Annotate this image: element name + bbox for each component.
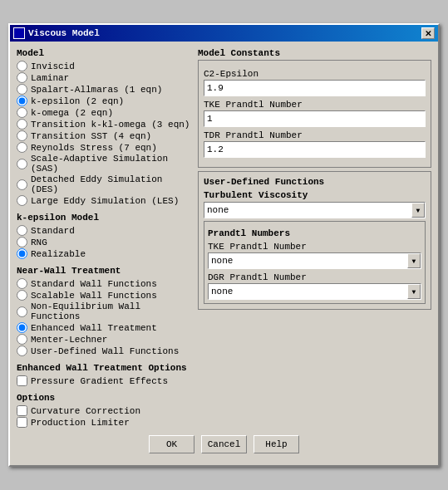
app-icon bbox=[13, 27, 25, 39]
check-curvature-input[interactable] bbox=[17, 405, 27, 416]
radio-noneq-wf: Non-Equilibrium Wall Functions bbox=[17, 301, 191, 321]
radio-standard-wf-input[interactable] bbox=[17, 278, 27, 289]
viscous-model-dialog: Viscous Model ✕ Model Inviscid Laminar bbox=[8, 23, 440, 467]
radio-transition-kkl-label: Transition k-kl-omega (3 eqn) bbox=[31, 120, 190, 130]
radio-sas-input[interactable] bbox=[17, 159, 27, 169]
ok-button[interactable]: OK bbox=[149, 435, 194, 453]
check-pressure-gradient-label: Pressure Gradient Effects bbox=[31, 376, 168, 386]
turbulent-viscosity-select[interactable]: none bbox=[204, 202, 426, 218]
tke-prandtl-udf-select[interactable]: none bbox=[208, 252, 421, 269]
c2-epsilon-label: C2-Epsilon bbox=[204, 69, 426, 79]
left-panel: Model Inviscid Laminar Spalart-Allmaras … bbox=[17, 48, 191, 429]
radio-transition-kkl: Transition k-kl-omega (3 eqn) bbox=[17, 119, 191, 130]
prandtl-numbers-label: Prandtl Numbers bbox=[208, 228, 421, 238]
tdr-prandtl-udf-wrapper: none ▼ bbox=[208, 283, 421, 300]
radio-des: Detached Eddy Simulation (DES) bbox=[17, 174, 191, 194]
radio-komega-input[interactable] bbox=[17, 107, 27, 118]
radio-menter-label: Menter-Lechner bbox=[31, 335, 107, 345]
radio-spalart-label: Spalart-Allmaras (1 eqn) bbox=[31, 85, 162, 95]
radio-standard-wf-label: Standard Wall Functions bbox=[31, 279, 157, 289]
radio-komega: k-omega (2 eqn) bbox=[17, 107, 191, 118]
radio-enhanced-wt-input[interactable] bbox=[17, 322, 27, 333]
cancel-button[interactable]: Cancel bbox=[201, 435, 247, 453]
radio-des-input[interactable] bbox=[17, 179, 27, 190]
radio-scalable-wf: Scalable Wall Functions bbox=[17, 290, 191, 301]
help-button[interactable]: Help bbox=[254, 435, 299, 453]
check-production-label: Production Limiter bbox=[31, 418, 130, 428]
radio-inviscid-input[interactable] bbox=[17, 61, 27, 71]
udf-title: User-Defined Functions bbox=[204, 177, 426, 187]
radio-realizable-label: Realizable bbox=[31, 249, 86, 259]
tke-prandtl-label: TKE Prandtl Number bbox=[204, 100, 426, 110]
check-production-input[interactable] bbox=[17, 417, 27, 428]
main-layout: Model Inviscid Laminar Spalart-Allmaras … bbox=[17, 48, 431, 429]
radio-transition-sst: Transition SST (4 eqn) bbox=[17, 130, 191, 141]
radio-udf-wf: User-Defined Wall Functions bbox=[17, 345, 191, 356]
title-bar: Viscous Model ✕ bbox=[10, 25, 438, 42]
radio-standard-ke-label: Standard bbox=[31, 226, 75, 236]
radio-standard-ke-input[interactable] bbox=[17, 225, 27, 236]
model-constants-box: C2-Epsilon TKE Prandtl Number TDR Prandt… bbox=[198, 60, 431, 168]
radio-sas: Scale-Adaptive Simulation (SAS) bbox=[17, 154, 191, 174]
check-curvature: Curvature Correction bbox=[17, 405, 191, 416]
udf-box: User-Defined Functions Turbulent Viscosi… bbox=[198, 171, 431, 310]
radio-menter-input[interactable] bbox=[17, 334, 27, 345]
radio-enhanced-wt-label: Enhanced Wall Treatment bbox=[31, 323, 157, 333]
radio-inviscid-label: Inviscid bbox=[31, 61, 75, 71]
right-panel: Model Constants C2-Epsilon TKE Prandtl N… bbox=[198, 48, 431, 429]
window-title: Viscous Model bbox=[28, 28, 100, 38]
tke-prandtl-input[interactable] bbox=[204, 110, 426, 127]
radio-udf-wf-input[interactable] bbox=[17, 345, 27, 356]
radio-transition-sst-input[interactable] bbox=[17, 130, 27, 141]
radio-spalart: Spalart-Allmaras (1 eqn) bbox=[17, 84, 191, 95]
radio-komega-label: k-omega (2 eqn) bbox=[31, 108, 113, 118]
tke-prandtl-udf-label: TKE Prandtl Number bbox=[208, 242, 421, 252]
radio-reynolds-input[interactable] bbox=[17, 142, 27, 153]
radio-noneq-wf-input[interactable] bbox=[17, 306, 27, 317]
radio-des-label: Detached Eddy Simulation (DES) bbox=[31, 174, 191, 194]
radio-menter: Menter-Lechner bbox=[17, 334, 191, 345]
title-bar-text: Viscous Model bbox=[13, 27, 100, 39]
radio-sas-label: Scale-Adaptive Simulation (SAS) bbox=[31, 154, 191, 174]
radio-inviscid: Inviscid bbox=[17, 61, 191, 71]
check-production: Production Limiter bbox=[17, 417, 191, 428]
prandtl-numbers-box: Prandtl Numbers TKE Prandtl Number none … bbox=[204, 221, 426, 304]
radio-kepsilon: k-epsilon (2 eqn) bbox=[17, 96, 191, 106]
turbulent-viscosity-wrapper: none ▼ bbox=[204, 202, 426, 218]
radio-kepsilon-label: k-epsilon (2 eqn) bbox=[31, 96, 124, 106]
ewt-group-label: Enhanced Wall Treatment Options bbox=[17, 363, 191, 373]
radio-les-input[interactable] bbox=[17, 195, 27, 206]
check-curvature-label: Curvature Correction bbox=[31, 406, 140, 416]
bottom-buttons: OK Cancel Help bbox=[17, 429, 431, 458]
radio-rng-input[interactable] bbox=[17, 237, 27, 247]
radio-transition-sst-label: Transition SST (4 eqn) bbox=[31, 131, 151, 141]
tdr-prandtl-udf-label: DGR Prandtl Number bbox=[208, 272, 421, 282]
model-group-label: Model bbox=[17, 48, 191, 58]
radio-reynolds: Reynolds Stress (7 eqn) bbox=[17, 142, 191, 153]
radio-rng: RNG bbox=[17, 237, 191, 247]
window-body: Model Inviscid Laminar Spalart-Allmaras … bbox=[10, 42, 438, 465]
tdr-prandtl-label: TDR Prandtl Number bbox=[204, 130, 426, 140]
radio-spalart-input[interactable] bbox=[17, 84, 27, 95]
c2-epsilon-input[interactable] bbox=[204, 80, 426, 96]
check-pressure-gradient-input[interactable] bbox=[17, 375, 27, 386]
tdr-prandtl-udf-select[interactable]: none bbox=[208, 283, 421, 300]
radio-noneq-wf-label: Non-Equilibrium Wall Functions bbox=[31, 301, 191, 321]
nearwall-group-label: Near-Wall Treatment bbox=[17, 266, 191, 276]
kepsilon-group-label: k-epsilon Model bbox=[17, 213, 191, 223]
radio-laminar-label: Laminar bbox=[31, 73, 69, 83]
radio-rng-label: RNG bbox=[31, 238, 47, 247]
options-group-label: Options bbox=[17, 393, 191, 403]
radio-kepsilon-input[interactable] bbox=[17, 96, 27, 106]
radio-les-label: Large Eddy Simulation (LES) bbox=[31, 196, 179, 206]
model-constants-title: Model Constants bbox=[198, 48, 431, 58]
turbulent-viscosity-label: Turbulent Viscosity bbox=[204, 190, 426, 200]
radio-scalable-wf-input[interactable] bbox=[17, 290, 27, 301]
tdr-prandtl-input[interactable] bbox=[204, 141, 426, 158]
radio-standard-ke: Standard bbox=[17, 225, 191, 236]
radio-transition-kkl-input[interactable] bbox=[17, 119, 27, 130]
close-button[interactable]: ✕ bbox=[421, 27, 435, 39]
radio-laminar-input[interactable] bbox=[17, 72, 27, 83]
radio-les: Large Eddy Simulation (LES) bbox=[17, 195, 191, 206]
radio-realizable-input[interactable] bbox=[17, 248, 27, 259]
